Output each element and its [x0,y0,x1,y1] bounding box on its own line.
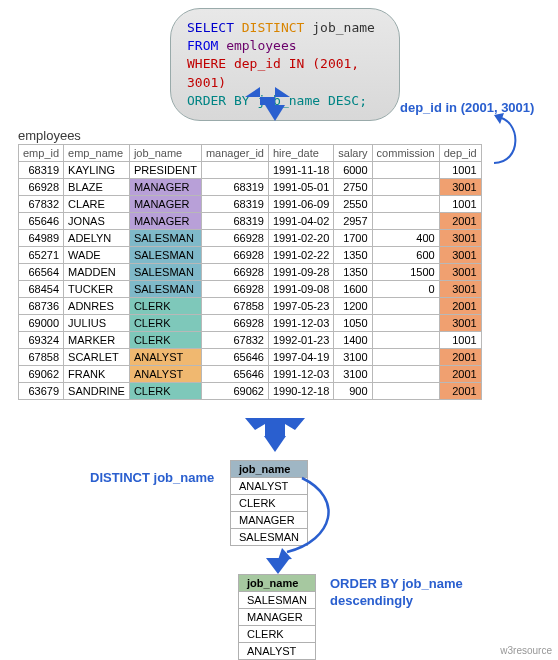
cell-hire_date: 1991-11-18 [268,162,333,179]
table-row: 67858SCARLETANALYST656461997-04-19310020… [19,349,482,366]
cell-job_name: ANALYST [129,366,201,383]
cell-emp_name: MARKER [64,332,130,349]
cell-emp_name: ADNRES [64,298,130,315]
cell-emp_name: SANDRINE [64,383,130,400]
cell-manager_id [201,162,268,179]
watermark: w3resource [500,645,552,656]
cell-dep_id: 2001 [439,366,481,383]
cell-job_name: PRESIDENT [129,162,201,179]
cell-hire_date: 1991-05-01 [268,179,333,196]
cell-dep_id: 3001 [439,281,481,298]
annotation-orderby-l1: ORDER BY job_name [330,576,463,591]
cell-manager_id: 69062 [201,383,268,400]
cell-emp_name: KAYLING [64,162,130,179]
table-row: 68319KAYLINGPRESIDENT1991-11-1860001001 [19,162,482,179]
cell-emp_id: 64989 [19,230,64,247]
svg-marker-2 [264,436,286,452]
arrow-sql-to-table [240,87,300,127]
cell-job_name: CLERK [129,315,201,332]
cell-manager_id: 66928 [201,247,268,264]
annotation-distinct: DISTINCT job_name [90,470,214,485]
annotation-orderby-l2: descendingly [330,593,413,608]
cell-salary: 1200 [334,298,372,315]
cell-emp_id: 68454 [19,281,64,298]
cell-manager_id: 68319 [201,213,268,230]
ordered-cell: ANALYST [239,643,316,660]
cell-dep_id: 2001 [439,213,481,230]
cell-hire_date: 1991-04-02 [268,213,333,230]
cell-commission: 1500 [372,264,439,281]
col-manager_id: manager_id [201,145,268,162]
ordered-header: job_name [239,575,316,592]
distinct-header: job_name [231,461,308,478]
cell-salary: 1400 [334,332,372,349]
table-row: 64989ADELYNSALESMAN669281991-02-20170040… [19,230,482,247]
sql-employees: employees [226,38,296,53]
cell-manager_id: 65646 [201,349,268,366]
cell-emp_name: WADE [64,247,130,264]
table-row: 69062FRANKANALYST656461991-12-0331002001 [19,366,482,383]
cell-emp_name: BLAZE [64,179,130,196]
cell-job_name: SALESMAN [129,281,201,298]
cell-hire_date: 1990-12-18 [268,383,333,400]
cell-emp_name: SCARLET [64,349,130,366]
sql-from: FROM [187,38,218,53]
cell-dep_id: 3001 [439,247,481,264]
cell-commission: 0 [372,281,439,298]
cell-salary: 2957 [334,213,372,230]
cell-emp_name: MADDEN [64,264,130,281]
cell-job_name: MANAGER [129,179,201,196]
cell-salary: 1350 [334,247,372,264]
cell-dep_id: 3001 [439,264,481,281]
cell-salary: 2750 [334,179,372,196]
cell-emp_id: 69062 [19,366,64,383]
cell-emp_id: 66564 [19,264,64,281]
cell-commission [372,213,439,230]
cell-dep_id: 2001 [439,349,481,366]
cell-dep_id: 1001 [439,162,481,179]
cell-job_name: SALESMAN [129,264,201,281]
cell-manager_id: 66928 [201,230,268,247]
cell-emp_name: JULIUS [64,315,130,332]
cell-dep_id: 3001 [439,230,481,247]
table-row: 67832CLAREMANAGER683191991-06-0925501001 [19,196,482,213]
cell-emp_name: JONAS [64,213,130,230]
cell-hire_date: 1992-01-23 [268,332,333,349]
cell-hire_date: 1991-12-03 [268,315,333,332]
cell-job_name: ANALYST [129,349,201,366]
cell-emp_name: TUCKER [64,281,130,298]
cell-dep_id: 2001 [439,298,481,315]
table-row: 68736ADNRESCLERK678581997-05-2312002001 [19,298,482,315]
cell-hire_date: 1991-06-09 [268,196,333,213]
cell-emp_id: 67858 [19,349,64,366]
cell-emp_id: 69000 [19,315,64,332]
cell-emp_name: ADELYN [64,230,130,247]
table-row: 65646JONASMANAGER683191991-04-0229572001 [19,213,482,230]
cell-commission [372,366,439,383]
sql-jobname: job_name [312,20,375,35]
employees-label: employees [18,128,81,143]
table-row: 66564MADDENSALESMAN669281991-09-28135015… [19,264,482,281]
cell-manager_id: 67858 [201,298,268,315]
cell-job_name: CLERK [129,383,201,400]
cell-emp_id: 63679 [19,383,64,400]
cell-salary: 1050 [334,315,372,332]
cell-job_name: MANAGER [129,196,201,213]
cell-job_name: CLERK [129,332,201,349]
sql-distinct: DISTINCT [242,20,305,35]
employees-table: emp_idemp_namejob_namemanager_idhire_dat… [18,144,482,400]
cell-manager_id: 65646 [201,366,268,383]
svg-marker-4 [266,558,290,574]
cell-salary: 3100 [334,366,372,383]
sql-select: SELECT [187,20,234,35]
cell-emp_name: CLARE [64,196,130,213]
cell-hire_date: 1991-12-03 [268,366,333,383]
table-row: ANALYST [239,643,316,660]
ordered-cell: MANAGER [239,609,316,626]
ordered-cell: SALESMAN [239,592,316,609]
cell-manager_id: 68319 [201,179,268,196]
cell-hire_date: 1997-05-23 [268,298,333,315]
cell-dep_id: 1001 [439,196,481,213]
table-row: 69324MARKERCLERK678321992-01-2314001001 [19,332,482,349]
table-row: 63679SANDRINECLERK690621990-12-189002001 [19,383,482,400]
